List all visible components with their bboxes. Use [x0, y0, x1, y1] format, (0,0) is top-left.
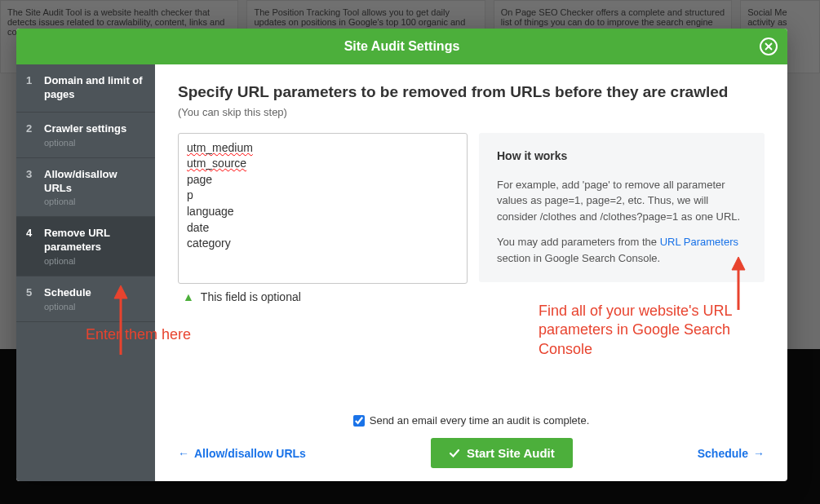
warning-icon: ▲ — [183, 290, 194, 303]
check-icon — [449, 448, 460, 459]
step-title: Allow/disallow URLs — [44, 168, 145, 196]
step-remove-url-params[interactable]: 4 Remove URL parametersoptional — [16, 217, 155, 276]
close-button[interactable] — [760, 38, 778, 55]
steps-sidebar: 1 Domain and limit of pages 2 Crawler se… — [16, 64, 155, 481]
email-row: Send an email every time an audit is com… — [178, 414, 765, 427]
email-label: Send an email every time an audit is com… — [370, 414, 590, 427]
back-link[interactable]: ← Allow/disallow URLs — [178, 447, 306, 460]
left-column: utm_mediumutm_sourcepageplanguagedatecat… — [178, 133, 468, 400]
how-title: How it works — [497, 149, 747, 162]
footer-row: ← Allow/disallow URLs Start Site Audit S… — [178, 438, 765, 468]
how-paragraph: For example, add 'page' to remove all pa… — [497, 177, 747, 225]
step-allow-disallow[interactable]: 3 Allow/disallow URLsoptional — [16, 158, 155, 218]
field-note: ▲ This field is optional — [178, 290, 468, 303]
modal-title: Site Audit Settings — [344, 39, 460, 53]
step-title: Schedule — [44, 286, 91, 300]
step-number: 3 — [26, 168, 44, 207]
step-optional: optional — [44, 197, 145, 206]
step-optional: optional — [44, 302, 91, 312]
step-title: Domain and limit of pages — [44, 74, 145, 102]
content-area: Specify URL parameters to be removed fro… — [155, 64, 787, 481]
step-domain-limit[interactable]: 1 Domain and limit of pages — [16, 64, 155, 113]
site-audit-modal: Site Audit Settings 1 Domain and limit o… — [16, 29, 787, 481]
how-it-works-panel: How it works For example, add 'page' to … — [479, 133, 765, 283]
step-crawler-settings[interactable]: 2 Crawler settingsoptional — [16, 113, 155, 158]
step-title: Crawler settings — [44, 122, 126, 136]
url-params-textarea[interactable]: utm_mediumutm_sourcepageplanguagedatecat… — [178, 133, 468, 284]
arrow-right-icon: → — [753, 447, 765, 460]
start-audit-button[interactable]: Start Site Audit — [431, 438, 573, 468]
next-label: Schedule — [698, 447, 748, 460]
back-label: Allow/disallow URLs — [194, 447, 306, 460]
how-paragraph: You may add parameters from the URL Para… — [497, 234, 747, 266]
page-heading: Specify URL parameters to be removed fro… — [178, 82, 765, 103]
step-number: 4 — [26, 227, 44, 266]
step-optional: optional — [44, 256, 145, 266]
modal-header: Site Audit Settings — [16, 29, 787, 64]
close-icon — [765, 42, 773, 51]
step-schedule[interactable]: 5 Scheduleoptional — [16, 276, 155, 322]
step-number: 1 — [26, 74, 44, 102]
arrow-left-icon: ← — [178, 447, 189, 460]
page-subhead: (You can skip this step) — [178, 106, 765, 118]
email-checkbox[interactable] — [353, 415, 365, 427]
primary-label: Start Site Audit — [467, 446, 555, 460]
field-note-text: This field is optional — [201, 290, 301, 303]
next-link[interactable]: Schedule → — [698, 447, 765, 460]
url-parameters-link[interactable]: URL Parameters — [660, 236, 738, 248]
step-optional: optional — [44, 138, 126, 148]
step-number: 5 — [26, 286, 44, 312]
step-title: Remove URL parameters — [44, 227, 145, 254]
step-number: 2 — [26, 122, 44, 148]
